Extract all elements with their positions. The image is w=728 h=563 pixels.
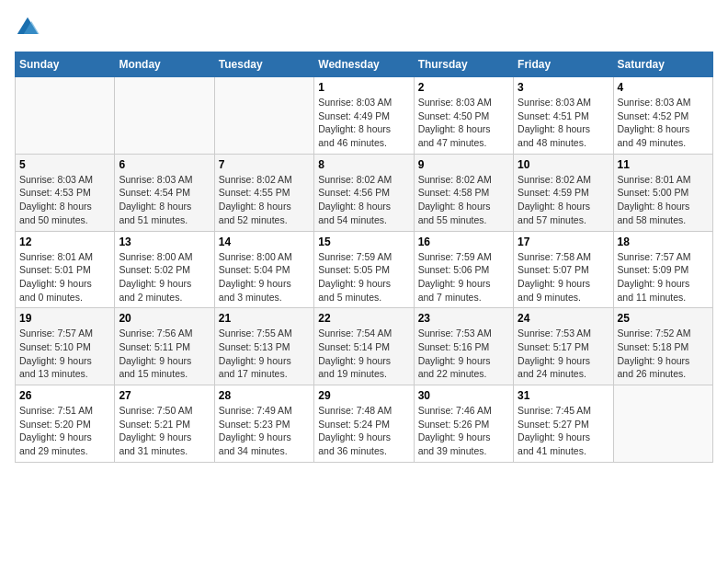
- day-cell-8: 8Sunrise: 8:02 AM Sunset: 4:56 PM Daylig…: [314, 154, 414, 231]
- day-number: 29: [318, 389, 409, 402]
- day-cell-1: 1Sunrise: 8:03 AM Sunset: 4:49 PM Daylig…: [314, 77, 414, 155]
- day-number: 20: [119, 312, 210, 325]
- header-row: SundayMondayTuesdayWednesdayThursdayFrid…: [16, 52, 713, 77]
- day-info: Sunrise: 7:48 AM Sunset: 5:24 PM Dayligh…: [318, 404, 409, 458]
- day-number: 17: [518, 236, 609, 248]
- header-cell-wednesday: Wednesday: [314, 52, 414, 77]
- day-cell-29: 29Sunrise: 7:48 AM Sunset: 5:24 PM Dayli…: [314, 385, 414, 463]
- header-cell-friday: Friday: [514, 52, 613, 77]
- day-number: 7: [219, 158, 310, 171]
- day-cell-6: 6Sunrise: 8:03 AM Sunset: 4:54 PM Daylig…: [115, 154, 214, 231]
- header-cell-monday: Monday: [115, 52, 214, 77]
- header-cell-tuesday: Tuesday: [214, 52, 313, 77]
- day-cell-31: 31Sunrise: 7:45 AM Sunset: 5:27 PM Dayli…: [514, 385, 613, 463]
- day-info: Sunrise: 7:53 AM Sunset: 5:17 PM Dayligh…: [518, 327, 609, 381]
- day-cell-3: 3Sunrise: 8:03 AM Sunset: 4:51 PM Daylig…: [514, 77, 613, 155]
- day-cell-22: 22Sunrise: 7:54 AM Sunset: 5:14 PM Dayli…: [314, 308, 414, 385]
- day-cell-21: 21Sunrise: 7:55 AM Sunset: 5:13 PM Dayli…: [214, 308, 313, 385]
- day-number: 5: [19, 158, 110, 171]
- header-cell-sunday: Sunday: [16, 52, 115, 77]
- day-cell-30: 30Sunrise: 7:46 AM Sunset: 5:26 PM Dayli…: [414, 385, 513, 463]
- day-number: 14: [219, 236, 310, 248]
- day-cell-4: 4Sunrise: 8:03 AM Sunset: 4:52 PM Daylig…: [613, 77, 712, 155]
- day-number: 2: [418, 81, 509, 94]
- day-number: 25: [618, 312, 709, 325]
- day-cell-28: 28Sunrise: 7:49 AM Sunset: 5:23 PM Dayli…: [214, 385, 313, 463]
- day-number: 3: [518, 81, 609, 94]
- day-cell-15: 15Sunrise: 7:59 AM Sunset: 5:05 PM Dayli…: [314, 231, 414, 308]
- header-cell-thursday: Thursday: [414, 52, 513, 77]
- week-row-3: 12Sunrise: 8:01 AM Sunset: 5:01 PM Dayli…: [16, 231, 713, 308]
- day-cell-26: 26Sunrise: 7:51 AM Sunset: 5:20 PM Dayli…: [16, 385, 115, 463]
- day-info: Sunrise: 7:57 AM Sunset: 5:09 PM Dayligh…: [618, 250, 709, 304]
- day-info: Sunrise: 8:03 AM Sunset: 4:54 PM Dayligh…: [119, 173, 210, 227]
- day-cell-9: 9Sunrise: 8:02 AM Sunset: 4:58 PM Daylig…: [414, 154, 513, 231]
- day-info: Sunrise: 8:03 AM Sunset: 4:52 PM Dayligh…: [618, 96, 709, 150]
- day-info: Sunrise: 7:58 AM Sunset: 5:07 PM Dayligh…: [518, 250, 609, 304]
- day-info: Sunrise: 7:59 AM Sunset: 5:06 PM Dayligh…: [418, 250, 509, 304]
- empty-cell: [214, 77, 313, 155]
- day-info: Sunrise: 8:02 AM Sunset: 4:59 PM Dayligh…: [518, 173, 609, 227]
- week-row-2: 5Sunrise: 8:03 AM Sunset: 4:53 PM Daylig…: [16, 154, 713, 231]
- day-info: Sunrise: 8:03 AM Sunset: 4:49 PM Dayligh…: [318, 96, 409, 150]
- day-cell-10: 10Sunrise: 8:02 AM Sunset: 4:59 PM Dayli…: [514, 154, 613, 231]
- day-number: 11: [618, 158, 709, 171]
- day-number: 12: [19, 236, 110, 248]
- day-number: 23: [418, 312, 509, 325]
- day-number: 21: [219, 312, 310, 325]
- day-cell-14: 14Sunrise: 8:00 AM Sunset: 5:04 PM Dayli…: [214, 231, 313, 308]
- day-number: 19: [19, 312, 110, 325]
- empty-cell: [115, 77, 214, 155]
- day-number: 10: [518, 158, 609, 171]
- day-info: Sunrise: 8:02 AM Sunset: 4:55 PM Dayligh…: [219, 173, 310, 227]
- day-info: Sunrise: 8:02 AM Sunset: 4:56 PM Dayligh…: [318, 173, 409, 227]
- day-number: 27: [119, 389, 210, 402]
- week-row-5: 26Sunrise: 7:51 AM Sunset: 5:20 PM Dayli…: [16, 385, 713, 463]
- day-info: Sunrise: 7:52 AM Sunset: 5:18 PM Dayligh…: [618, 327, 709, 381]
- day-number: 16: [418, 236, 509, 248]
- day-cell-18: 18Sunrise: 7:57 AM Sunset: 5:09 PM Dayli…: [613, 231, 712, 308]
- day-cell-7: 7Sunrise: 8:02 AM Sunset: 4:55 PM Daylig…: [214, 154, 313, 231]
- day-info: Sunrise: 8:03 AM Sunset: 4:50 PM Dayligh…: [418, 96, 509, 150]
- day-cell-13: 13Sunrise: 8:00 AM Sunset: 5:02 PM Dayli…: [115, 231, 214, 308]
- week-row-4: 19Sunrise: 7:57 AM Sunset: 5:10 PM Dayli…: [16, 308, 713, 385]
- day-info: Sunrise: 8:03 AM Sunset: 4:51 PM Dayligh…: [518, 96, 609, 150]
- day-cell-12: 12Sunrise: 8:01 AM Sunset: 5:01 PM Dayli…: [16, 231, 115, 308]
- day-info: Sunrise: 7:49 AM Sunset: 5:23 PM Dayligh…: [219, 404, 310, 458]
- day-cell-16: 16Sunrise: 7:59 AM Sunset: 5:06 PM Dayli…: [414, 231, 513, 308]
- day-cell-2: 2Sunrise: 8:03 AM Sunset: 4:50 PM Daylig…: [414, 77, 513, 155]
- day-number: 22: [318, 312, 409, 325]
- day-cell-19: 19Sunrise: 7:57 AM Sunset: 5:10 PM Dayli…: [16, 308, 115, 385]
- day-info: Sunrise: 8:01 AM Sunset: 5:00 PM Dayligh…: [618, 173, 709, 227]
- day-number: 26: [19, 389, 110, 402]
- header-cell-saturday: Saturday: [613, 52, 712, 77]
- day-number: 1: [318, 81, 409, 94]
- page-header: [15, 15, 713, 40]
- day-info: Sunrise: 7:54 AM Sunset: 5:14 PM Dayligh…: [318, 327, 409, 381]
- day-info: Sunrise: 8:01 AM Sunset: 5:01 PM Dayligh…: [19, 250, 110, 304]
- day-info: Sunrise: 7:57 AM Sunset: 5:10 PM Dayligh…: [19, 327, 110, 381]
- day-info: Sunrise: 7:46 AM Sunset: 5:26 PM Dayligh…: [418, 404, 509, 458]
- day-cell-5: 5Sunrise: 8:03 AM Sunset: 4:53 PM Daylig…: [16, 154, 115, 231]
- empty-cell: [613, 385, 712, 463]
- empty-cell: [16, 77, 115, 155]
- day-number: 15: [318, 236, 409, 248]
- day-number: 28: [219, 389, 310, 402]
- day-number: 4: [618, 81, 709, 94]
- day-info: Sunrise: 8:00 AM Sunset: 5:02 PM Dayligh…: [119, 250, 210, 304]
- day-info: Sunrise: 7:50 AM Sunset: 5:21 PM Dayligh…: [119, 404, 210, 458]
- calendar-table: SundayMondayTuesdayWednesdayThursdayFrid…: [15, 52, 713, 463]
- day-number: 31: [518, 389, 609, 402]
- day-info: Sunrise: 8:02 AM Sunset: 4:58 PM Dayligh…: [418, 173, 509, 227]
- day-number: 8: [318, 158, 409, 171]
- day-info: Sunrise: 8:00 AM Sunset: 5:04 PM Dayligh…: [219, 250, 310, 304]
- day-cell-20: 20Sunrise: 7:56 AM Sunset: 5:11 PM Dayli…: [115, 308, 214, 385]
- day-info: Sunrise: 7:45 AM Sunset: 5:27 PM Dayligh…: [518, 404, 609, 458]
- day-info: Sunrise: 8:03 AM Sunset: 4:53 PM Dayligh…: [19, 173, 110, 227]
- day-cell-27: 27Sunrise: 7:50 AM Sunset: 5:21 PM Dayli…: [115, 385, 214, 463]
- day-cell-17: 17Sunrise: 7:58 AM Sunset: 5:07 PM Dayli…: [514, 231, 613, 308]
- logo: [15, 15, 44, 40]
- day-number: 9: [418, 158, 509, 171]
- day-number: 24: [518, 312, 609, 325]
- day-number: 6: [119, 158, 210, 171]
